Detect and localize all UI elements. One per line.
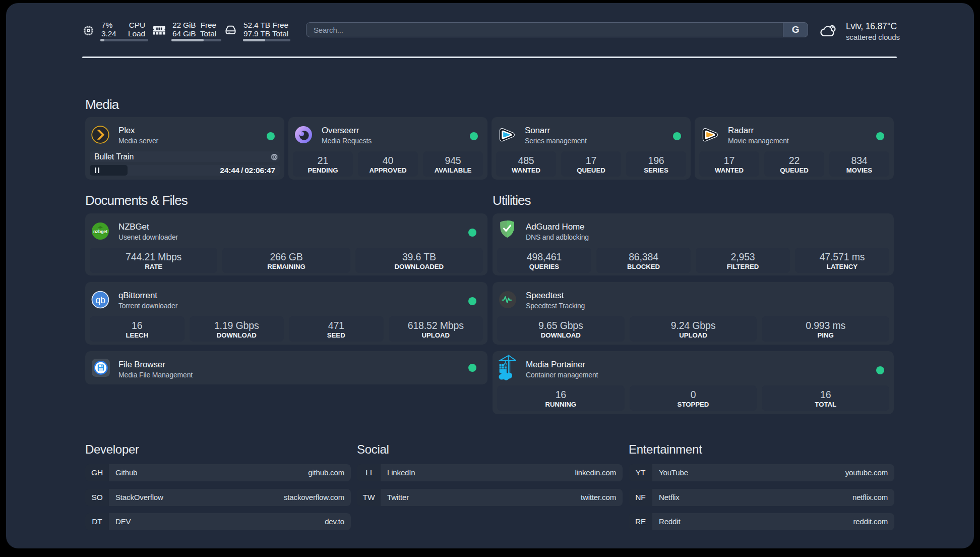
svg-text:nzbget: nzbget <box>93 229 107 234</box>
svg-text:qb: qb <box>96 295 105 305</box>
